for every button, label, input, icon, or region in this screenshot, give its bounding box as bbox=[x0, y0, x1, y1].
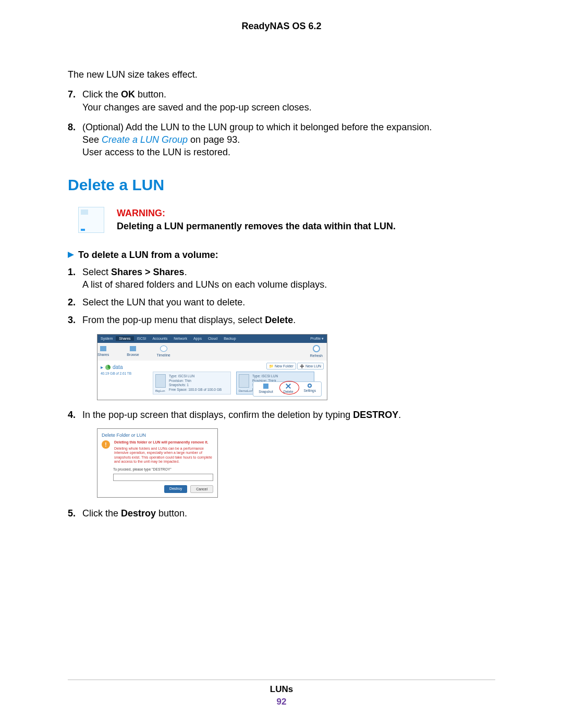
warning-circle-icon: ! bbox=[102, 440, 110, 449]
step-text: Select the LUN that you want to delete. bbox=[82, 297, 245, 307]
icon-bar: Shares Browse Timeline Refresh bbox=[97, 343, 327, 361]
context-popup: Snapshot Delete Settings bbox=[253, 381, 322, 397]
nav-network[interactable]: Network bbox=[170, 336, 190, 341]
cancel-button[interactable]: Cancel bbox=[190, 485, 213, 493]
delete-dialog-screenshot: Delete Folder or LUN ! Deleting this fol… bbox=[97, 428, 218, 498]
lun-icon bbox=[239, 374, 249, 388]
refresh-icon[interactable]: Refresh bbox=[310, 345, 323, 358]
lun-biglun[interactable]: BigLun Type: iSCSI LUN Provision: Thin S… bbox=[153, 372, 231, 394]
footer-rule bbox=[68, 680, 495, 680]
step-number: 8. bbox=[68, 121, 76, 133]
step-number: 7. bbox=[68, 88, 76, 101]
step-text: Click the bbox=[82, 89, 121, 100]
shares-path: Shares > Shares bbox=[111, 267, 185, 277]
ok-bold: OK bbox=[121, 89, 135, 100]
dialog-warning-body: Deleting whole folders and LUNs can be a… bbox=[114, 447, 213, 464]
intro-paragraph: The new LUN size takes effect. bbox=[68, 68, 495, 81]
nav-bar: System Shares iSCSI Accounts Network App… bbox=[97, 335, 327, 343]
dialog-prompt: To proceed, please type "DESTROY" bbox=[97, 467, 217, 473]
step-number: 2. bbox=[68, 296, 76, 309]
nav-system[interactable]: System bbox=[97, 336, 116, 341]
destroy-button-bold: Destroy bbox=[121, 508, 156, 519]
page-header: ReadyNAS OS 6.2 bbox=[68, 21, 495, 32]
procedure-arrow-icon bbox=[68, 252, 74, 258]
timeline-icon[interactable]: Timeline bbox=[157, 346, 170, 357]
warning-body: Deleting a LUN permanently removes the d… bbox=[117, 220, 396, 232]
step-text: User access to the LUN is restored. bbox=[82, 147, 230, 157]
popup-settings[interactable]: Settings bbox=[299, 382, 322, 396]
new-folder-button[interactable]: 📁 New Folder bbox=[266, 363, 296, 369]
nav-backup[interactable]: Backup bbox=[221, 336, 239, 341]
page-number: 92 bbox=[0, 697, 563, 707]
volume-data[interactable]: ▸ data bbox=[101, 364, 146, 371]
create-lun-group-link[interactable]: Create a LUN Group bbox=[102, 134, 188, 145]
step-number: 4. bbox=[68, 409, 76, 421]
profile-menu[interactable]: Profile ▾ bbox=[307, 336, 327, 341]
step-text: A list of shared folders and LUNs on eac… bbox=[82, 279, 327, 290]
warning-thumbnail bbox=[78, 207, 104, 233]
nav-apps[interactable]: Apps bbox=[190, 336, 205, 341]
footer-title: LUNs bbox=[0, 684, 563, 695]
popup-snapshot[interactable]: Snapshot bbox=[253, 382, 278, 396]
destroy-bold: DESTROY bbox=[353, 410, 398, 420]
new-lun-button[interactable]: ➕ New LUN bbox=[297, 363, 324, 369]
nav-accounts[interactable]: Accounts bbox=[149, 336, 170, 341]
procedure-title: To delete a LUN from a volume: bbox=[78, 249, 218, 261]
warning-label: WARNING: bbox=[117, 207, 396, 219]
step-number: 3. bbox=[68, 314, 76, 326]
step-number: 1. bbox=[68, 266, 76, 278]
delete-bold: Delete bbox=[265, 315, 293, 325]
destroy-button[interactable]: Destroy bbox=[164, 485, 187, 493]
heading-delete-lun: Delete a LUN bbox=[68, 175, 495, 196]
step-text: Your changes are saved and the pop-up sc… bbox=[82, 102, 312, 113]
nav-iscsi[interactable]: iSCSI bbox=[134, 336, 150, 341]
dialog-warning-headline: Deleting this folder or LUN will permane… bbox=[114, 440, 213, 445]
admin-panel-screenshot: System Shares iSCSI Accounts Network App… bbox=[97, 334, 327, 400]
lun-icon bbox=[155, 374, 166, 388]
volume-info: 40.19 GB of 2.61 TB bbox=[101, 372, 146, 376]
browse-icon[interactable]: Browse bbox=[127, 346, 139, 357]
pie-icon bbox=[105, 365, 111, 370]
step-text: (Optional) Add the LUN to the LUN group … bbox=[82, 122, 432, 132]
nav-shares[interactable]: Shares bbox=[116, 336, 133, 341]
shares-icon[interactable]: Shares bbox=[97, 346, 109, 357]
destroy-input[interactable] bbox=[113, 474, 213, 481]
step-number: 5. bbox=[68, 507, 76, 520]
popup-delete[interactable]: Delete bbox=[278, 382, 299, 396]
nav-cloud[interactable]: Cloud bbox=[205, 336, 221, 341]
dialog-title: Delete Folder or LUN bbox=[97, 429, 217, 440]
